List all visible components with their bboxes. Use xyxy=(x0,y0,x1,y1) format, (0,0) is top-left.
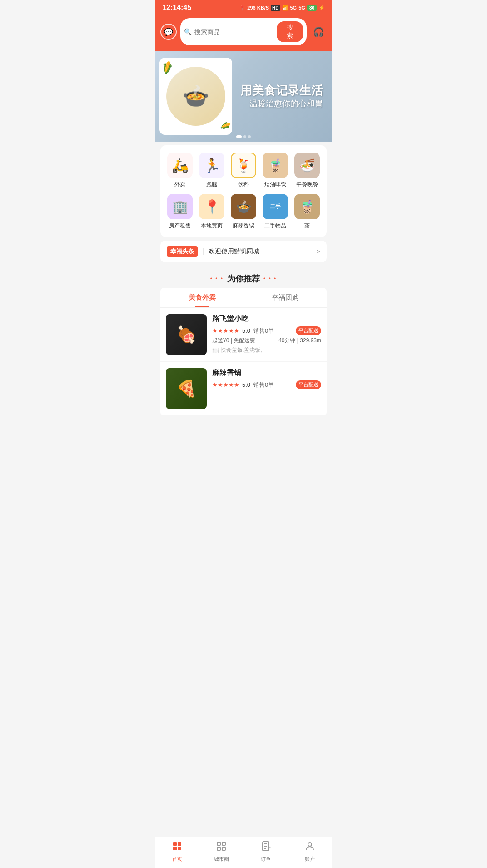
cha-label: 茶 xyxy=(304,222,310,230)
recommend-header: • • • 为你推荐 • • • xyxy=(155,266,332,288)
news-tag: 幸福头条 xyxy=(167,246,198,257)
tab-xingfutuangou[interactable]: 幸福团购 xyxy=(244,288,327,307)
header: 💬 🔍 搜索 🎧 xyxy=(155,15,332,51)
yinliao-icon: 🍹 xyxy=(231,153,256,178)
category-wucan[interactable]: 🍜 午餐晚餐 xyxy=(291,153,323,188)
food-delivery-badge: 平台配送 xyxy=(296,326,321,335)
cha-icon: 🧋 xyxy=(294,194,320,219)
dot-3 xyxy=(248,135,251,138)
food-meta-mala: ★★★★★ 5.0 销售0单 平台配送 xyxy=(212,380,321,389)
wucan-label: 午餐晚餐 xyxy=(296,181,318,188)
food-min-order: 起送¥0 | 免配送费 xyxy=(212,337,255,345)
food-name-lufeitang: 路飞堂小吃 xyxy=(212,314,321,324)
headset-icon: 🎧 xyxy=(313,26,324,37)
battery-indicator: 86 xyxy=(307,5,317,11)
waimai-label: 外卖 xyxy=(174,181,185,188)
mala-icon: 🍲 xyxy=(231,194,256,219)
category-yinliao[interactable]: 🍹 饮料 xyxy=(228,153,259,188)
paotui-icon: 🏃 xyxy=(199,153,224,178)
food-stars-2: ★★★★★ xyxy=(212,381,239,388)
news-divider: | xyxy=(202,247,204,256)
signal-5g-1: 5G xyxy=(290,5,297,10)
news-text: 欢迎使用黔凯同城 xyxy=(209,247,312,256)
food-image-lufeitang: 🍖 xyxy=(166,314,207,355)
category-bendi[interactable]: 📍 本地黄页 xyxy=(196,194,228,230)
banner-title: 用美食记录生活 xyxy=(240,83,323,99)
fangchan-label: 房产租售 xyxy=(169,222,191,230)
bendi-icon: 📍 xyxy=(199,194,224,219)
news-arrow: > xyxy=(317,248,320,255)
location-icon: 📍 xyxy=(239,5,245,11)
category-waimai[interactable]: 🛵 外卖 xyxy=(164,153,196,188)
banner-subtitle: 温暖治愈你的心和胃 xyxy=(240,98,323,109)
chat-button[interactable]: 💬 xyxy=(160,24,177,40)
food-rating-2: 5.0 xyxy=(242,381,250,388)
food-sales: 销售0单 xyxy=(253,327,274,335)
food-item-lufeitang[interactable]: 🍖 路飞堂小吃 ★★★★★ 5.0 销售0单 平台配送 起送¥0 | 免配送费 … xyxy=(160,308,327,362)
dot-1 xyxy=(236,135,242,138)
banner: 🍲 🌽 🌽 用美食记录生活 温暖治愈你的心和胃 xyxy=(155,51,332,142)
food-stars: ★★★★★ xyxy=(212,327,239,334)
status-bar: 12:14:45 📍 296 KB/S HD 📶 5G 5G 86 ⚡ xyxy=(155,0,332,15)
bendi-label: 本地黄页 xyxy=(201,222,223,230)
corn-decoration-1: 🌽 xyxy=(160,60,175,75)
food-info-mala: 麻辣香锅 ★★★★★ 5.0 销售0单 平台配送 xyxy=(212,368,321,409)
recommend-dots-left: • • • xyxy=(210,276,224,282)
category-grid: 🛵 外卖 🏃 跑腿 🍹 饮料 🧋 烟酒啤饮 🍜 午餐 xyxy=(164,153,323,230)
chat-icon: 💬 xyxy=(164,28,173,36)
tab-meishipaimai[interactable]: 美食外卖 xyxy=(160,288,244,307)
tag-icon: 🍽️ xyxy=(212,347,219,354)
waimai-icon: 🛵 xyxy=(167,153,193,178)
corn-decoration-2: 🌽 xyxy=(219,120,231,132)
food-sales-2: 销售0单 xyxy=(253,381,274,389)
search-icon: 🔍 xyxy=(184,28,192,35)
category-cha[interactable]: 🧋 茶 xyxy=(291,194,323,230)
food-delivery-info: 起送¥0 | 免配送费 40分钟 | 329.93m xyxy=(212,337,321,345)
ershou-icon: 二手 xyxy=(263,194,288,219)
recommend-dots-right: • • • xyxy=(263,276,277,282)
service-button[interactable]: 🎧 xyxy=(310,24,327,40)
food-time-distance: 40分钟 | 329.93m xyxy=(278,337,321,345)
paotui-label: 跑腿 xyxy=(206,181,217,188)
wucan-icon: 🍜 xyxy=(294,153,320,178)
search-bar[interactable]: 🔍 搜索 xyxy=(180,18,307,45)
yanjiu-icon: 🧋 xyxy=(263,153,288,178)
yanjiu-label: 烟酒啤饮 xyxy=(264,181,286,188)
category-fangchan[interactable]: 🏢 房产租售 xyxy=(164,194,196,230)
food-info-lufeitang: 路飞堂小吃 ★★★★★ 5.0 销售0单 平台配送 起送¥0 | 免配送费 40… xyxy=(212,314,321,355)
food-meta-lufeitang: ★★★★★ 5.0 销售0单 平台配送 xyxy=(212,326,321,335)
status-time: 12:14:45 xyxy=(162,4,191,12)
news-ticker[interactable]: 幸福头条 | 欢迎使用黔凯同城 > xyxy=(160,241,327,262)
search-button[interactable]: 搜索 xyxy=(277,21,303,42)
food-image-mala: 🍕 xyxy=(166,368,207,409)
tabs: 美食外卖 幸福团购 xyxy=(160,288,327,308)
charging-icon: ⚡ xyxy=(318,5,325,11)
category-yanjiu[interactable]: 🧋 烟酒啤饮 xyxy=(259,153,291,188)
banner-food-image: 🍲 🌽 🌽 xyxy=(159,58,232,135)
status-icons: 📍 296 KB/S HD 📶 5G 5G 86 ⚡ xyxy=(239,5,325,11)
mala-label: 麻辣香锅 xyxy=(233,222,254,230)
wifi-icon: 📶 xyxy=(282,5,288,11)
ershou-label: 二手物品 xyxy=(264,222,286,230)
category-mala[interactable]: 🍲 麻辣香锅 xyxy=(228,194,259,230)
dot-2 xyxy=(244,135,246,138)
food-item-mala[interactable]: 🍕 麻辣香锅 ★★★★★ 5.0 销售0单 平台配送 xyxy=(160,362,327,416)
hd-badge: HD xyxy=(271,5,280,11)
food-tags-lufeitang: 🍽️ 快食盖饭,盖浇饭, xyxy=(212,346,321,354)
search-input[interactable] xyxy=(194,28,274,35)
category-paoTui[interactable]: 🏃 跑腿 xyxy=(196,153,228,188)
signal-5g-2: 5G xyxy=(298,5,305,10)
food-name-mala: 麻辣香锅 xyxy=(212,368,321,378)
category-ershou[interactable]: 二手 二手物品 xyxy=(259,194,291,230)
food-rating: 5.0 xyxy=(242,327,250,334)
fangchan-icon: 🏢 xyxy=(167,194,193,219)
yinliao-label: 饮料 xyxy=(238,181,249,188)
speed-indicator: 296 KB/S xyxy=(247,5,269,10)
banner-pagination xyxy=(236,135,251,138)
food-delivery-badge-2: 平台配送 xyxy=(296,380,321,389)
category-section: 🛵 外卖 🏃 跑腿 🍹 饮料 🧋 烟酒啤饮 🍜 午餐 xyxy=(160,145,327,237)
banner-text: 用美食记录生活 温暖治愈你的心和胃 xyxy=(240,83,323,110)
recommend-title: 为你推荐 xyxy=(227,273,260,284)
food-list: 🍖 路飞堂小吃 ★★★★★ 5.0 销售0单 平台配送 起送¥0 | 免配送费 … xyxy=(160,308,327,416)
